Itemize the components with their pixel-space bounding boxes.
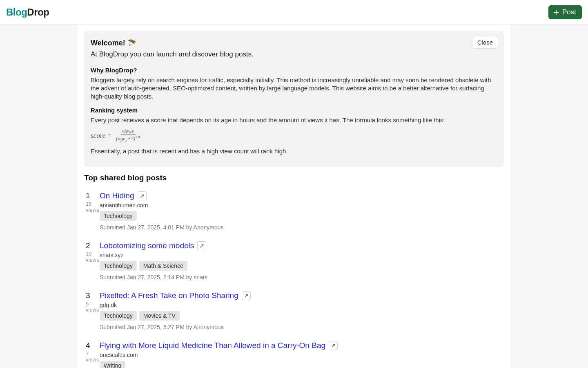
- post-item: 115viewsOn Hiding↗antiantihuman.comTechn…: [84, 188, 504, 238]
- tag-row: Technology: [100, 211, 502, 221]
- rank-column: 35views: [86, 291, 100, 330]
- post-title-row: Lobotomizing some models↗: [100, 241, 502, 250]
- posts-list: 115viewsOn Hiding↗antiantihuman.comTechn…: [84, 188, 504, 368]
- tag[interactable]: Math & Science: [139, 261, 187, 271]
- external-link-icon[interactable]: ↗: [329, 341, 338, 350]
- brand-part1: Blog: [6, 7, 27, 18]
- welcome-title: Welcome! 🪂: [91, 38, 497, 47]
- welcome-tagline: At BlogDrop you can launch and discover …: [91, 50, 497, 59]
- post-title-row: On Hiding↗: [100, 191, 502, 200]
- post-item: 210viewsLobotomizing some models↗snats.x…: [84, 238, 504, 288]
- post-domain: antiantihuman.com: [100, 202, 502, 209]
- post-main: Pixelfed: A Fresh Take on Photo Sharing↗…: [100, 291, 502, 330]
- views-count: 10views: [86, 251, 100, 263]
- plus-icon: [552, 9, 560, 16]
- ranking-tail: Essentially, a post that is recent and h…: [91, 147, 497, 155]
- views-count: 7views: [86, 351, 100, 363]
- post-title-link[interactable]: Pixelfed: A Fresh Take on Photo Sharing: [100, 291, 238, 300]
- welcome-panel: Close Welcome! 🪂 At BlogDrop you can lau…: [84, 31, 504, 167]
- external-link-icon[interactable]: ↗: [197, 241, 206, 250]
- ranking-body: Every post receives a score that depends…: [91, 116, 497, 124]
- rank-number: 3: [86, 291, 100, 300]
- rank-number: 4: [86, 341, 100, 350]
- rank-column: 115views: [86, 191, 100, 231]
- new-post-button[interactable]: Post: [548, 5, 582, 19]
- post-main: On Hiding↗antiantihuman.comTechnologySub…: [100, 191, 502, 231]
- formula-fraction: views (ageh+2)1.8: [114, 128, 141, 143]
- tag[interactable]: Technology: [100, 261, 137, 271]
- views-count: 15views: [86, 201, 100, 213]
- rank-column: 47views: [86, 341, 100, 368]
- tag-row: Writing: [100, 361, 502, 368]
- page-container: Close Welcome! 🪂 At BlogDrop you can lau…: [78, 25, 510, 368]
- external-link-icon[interactable]: ↗: [242, 291, 251, 300]
- tag-row: TechnologyMath & Science: [100, 261, 502, 271]
- brand-part2: Drop: [27, 7, 49, 18]
- tag[interactable]: Movies & TV: [139, 311, 180, 321]
- tag-row: TechnologyMovies & TV: [100, 311, 502, 321]
- ranking-formula: score = views (ageh+2)1.8: [91, 128, 497, 143]
- submitted-line: Submitted Jan 27, 2025, 5:27 PM by Anony…: [100, 324, 502, 330]
- post-item: 35viewsPixelfed: A Fresh Take on Photo S…: [84, 288, 504, 338]
- post-button-label: Post: [562, 8, 576, 16]
- post-title-link[interactable]: On Hiding: [100, 191, 134, 200]
- post-item: 47viewsFlying with More Liquid Medicine …: [84, 338, 504, 368]
- post-title-link[interactable]: Flying with More Liquid Medicine Than Al…: [100, 341, 325, 350]
- section-title: Top shared blog posts: [84, 173, 504, 182]
- post-domain: snats.xyz: [100, 252, 502, 258]
- why-heading: Why BlogDrop?: [91, 67, 497, 74]
- submitted-line: Submitted Jan 27, 2025, 2:14 PM by snats: [100, 274, 502, 280]
- rank-number: 2: [86, 241, 100, 250]
- topbar: BlogDrop Post: [0, 0, 588, 25]
- post-title-row: Pixelfed: A Fresh Take on Photo Sharing↗: [100, 291, 502, 300]
- post-title-row: Flying with More Liquid Medicine Than Al…: [100, 341, 502, 350]
- rank-number: 1: [86, 191, 100, 200]
- submitted-line: Submitted Jan 27, 2025, 4:01 PM by Anony…: [100, 224, 502, 231]
- post-domain: onescales.com: [100, 352, 502, 358]
- tag[interactable]: Technology: [100, 311, 137, 321]
- external-link-icon[interactable]: ↗: [138, 191, 147, 200]
- why-body: Bloggers largely rely on search engines …: [91, 76, 497, 101]
- formula-denominator: (ageh+2)1.8: [114, 135, 141, 143]
- tag[interactable]: Writing: [100, 361, 125, 368]
- tag[interactable]: Technology: [100, 211, 137, 221]
- formula-numerator: views: [120, 128, 136, 135]
- post-main: Lobotomizing some models↗snats.xyzTechno…: [100, 241, 502, 280]
- close-welcome-button[interactable]: Close: [472, 36, 498, 49]
- post-domain: gdg.dk: [100, 302, 502, 308]
- formula-lhs: score =: [91, 132, 112, 140]
- post-title-link[interactable]: Lobotomizing some models: [100, 241, 194, 250]
- views-count: 5views: [86, 301, 100, 313]
- post-main: Flying with More Liquid Medicine Than Al…: [100, 341, 502, 368]
- brand-logo[interactable]: BlogDrop: [6, 7, 49, 18]
- rank-column: 210views: [86, 241, 100, 280]
- ranking-heading: Ranking system: [91, 107, 497, 114]
